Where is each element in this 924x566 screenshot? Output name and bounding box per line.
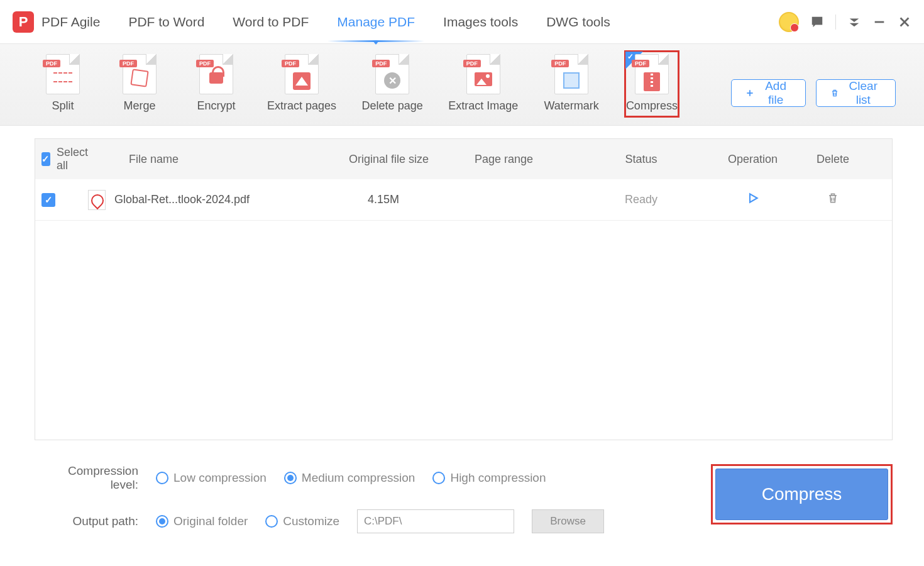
nav-pdf-to-word[interactable]: PDF to Word (128, 3, 204, 41)
select-all-checkbox[interactable]: ✓ (41, 152, 50, 166)
radio-customize[interactable]: Customize (265, 514, 339, 528)
main-area: ✓ Select all File name Original file siz… (0, 126, 924, 440)
radio-icon (156, 472, 168, 484)
nav-manage-pdf[interactable]: Manage PDF (337, 3, 415, 41)
file-panel: ✓ Select all File name Original file siz… (35, 138, 893, 440)
col-operation: Operation (728, 153, 778, 166)
tool-extract-image-label: Extract Image (448, 99, 518, 113)
radio-icon (432, 472, 445, 484)
tool-extract-pages-label: Extract pages (267, 99, 336, 113)
nav-dwg-tools[interactable]: DWG tools (546, 3, 610, 41)
col-original-size: Original file size (349, 153, 475, 166)
pdf-file-icon (88, 190, 106, 210)
user-avatar-icon[interactable] (779, 12, 799, 32)
compression-level-label: Compression level: (44, 464, 138, 492)
tool-encrypt-label: Encrypt (197, 99, 235, 113)
nav-images-tools[interactable]: Images tools (443, 3, 518, 41)
tool-compress-label: Compress (626, 99, 678, 113)
table-row: ✓ Global-Ret...tlook-2024.pdf 4.15M Read… (35, 179, 892, 221)
radio-icon (265, 515, 278, 528)
tool-merge-label: Merge (123, 99, 155, 113)
clear-list-button[interactable]: Clear list (816, 79, 896, 107)
run-operation-button[interactable] (747, 192, 759, 208)
browse-button[interactable]: Browse (532, 509, 604, 533)
app-logo-block: P PDF Agile (13, 11, 100, 33)
svg-marker-5 (750, 194, 757, 202)
feedback-icon[interactable] (810, 15, 824, 29)
output-path-input[interactable] (357, 509, 514, 533)
col-status: Status (625, 153, 657, 166)
tool-watermark[interactable]: PDF Watermark (544, 52, 599, 116)
file-name: Global-Ret...tlook-2024.pdf (114, 193, 250, 206)
radio-medium-compression[interactable]: Medium compression (284, 471, 415, 485)
tool-merge[interactable]: PDF Merge (114, 52, 165, 116)
col-file-name: File name (88, 153, 349, 166)
add-file-label: Add file (761, 79, 791, 107)
tool-watermark-label: Watermark (544, 99, 598, 113)
plus-icon (745, 87, 754, 99)
table-header: ✓ Select all File name Original file siz… (35, 139, 892, 179)
tool-compress[interactable]: PDF Compress (625, 52, 678, 116)
app-logo-icon: P (13, 11, 34, 33)
trash-icon (830, 87, 839, 99)
file-size: 4.15M (349, 193, 475, 206)
delete-row-button[interactable] (827, 192, 839, 208)
tool-split-label: Split (52, 99, 74, 113)
select-all-label: Select all (57, 146, 88, 172)
compress-highlight: Compress (711, 464, 893, 524)
radio-high-compression[interactable]: High compression (432, 471, 546, 485)
trash-icon (827, 192, 839, 204)
tool-delete-page[interactable]: PDF✕ Delete page (362, 52, 423, 116)
tool-extract-image[interactable]: PDF Extract Image (449, 52, 517, 116)
col-page-range: Page range (475, 153, 585, 166)
tool-delete-page-label: Delete page (362, 99, 423, 113)
nav-word-to-pdf[interactable]: Word to PDF (233, 3, 309, 41)
clear-list-label: Clear list (845, 79, 881, 107)
radio-original-folder[interactable]: Original folder (156, 514, 248, 528)
dropdown-icon[interactable] (847, 15, 861, 29)
minimize-icon[interactable] (872, 15, 886, 29)
radio-low-compression[interactable]: Low compression (156, 471, 267, 485)
radio-icon (156, 515, 168, 528)
app-name: PDF Agile (41, 14, 100, 30)
play-icon (747, 192, 759, 204)
top-nav: P PDF Agile PDF to Word Word to PDF Mana… (0, 0, 924, 44)
compress-button[interactable]: Compress (715, 469, 888, 520)
output-path-row: Output path: Original folder Customize B… (44, 509, 604, 533)
footer-controls: Compression level: Low compression Mediu… (0, 440, 924, 533)
output-path-label: Output path: (44, 514, 138, 528)
separator (835, 14, 836, 30)
add-file-button[interactable]: Add file (731, 79, 806, 107)
radio-icon (284, 472, 297, 484)
row-checkbox[interactable]: ✓ (41, 193, 55, 207)
file-status: Ready (625, 193, 657, 206)
tool-split[interactable]: PDF Split (38, 52, 88, 116)
col-delete: Delete (817, 153, 849, 166)
window-controls (779, 12, 911, 32)
tool-ribbon: PDF Split PDF Merge PDF Encrypt PDF Extr… (0, 44, 924, 126)
compression-level-row: Compression level: Low compression Mediu… (44, 464, 604, 492)
close-icon[interactable] (898, 15, 911, 29)
tool-extract-pages[interactable]: PDF Extract pages (268, 52, 336, 116)
tool-encrypt[interactable]: PDF Encrypt (191, 52, 241, 116)
